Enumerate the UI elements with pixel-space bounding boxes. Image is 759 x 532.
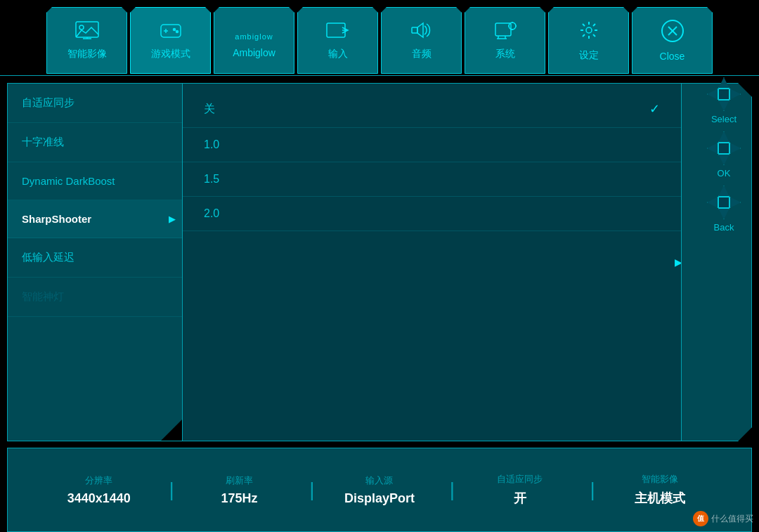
settings-icon [578,19,600,45]
dpad-up-back [718,186,729,197]
nav-container: 智能影像 游戏模式 ambiglow Ambiglow [0,0,759,76]
status-smart-image-label: 智能影像 [642,473,678,486]
status-resolution-label: 分辨率 [85,474,112,487]
option-off[interactable]: 关 ✓ [183,91,681,128]
dpad-left-select [707,89,718,100]
left-panel: 自适应同步 十字准线 Dynamic DarkBoost SharpShoote… [7,83,183,441]
options-list: 关 ✓ 1.0 1.5 2.0 [183,84,681,238]
status-refresh-label: 刷新率 [226,474,253,487]
status-bar: 分辨率 3440x1440 刷新率 175Hz 输入源 DisplayPort … [7,448,752,532]
option-10[interactable]: 1.0 [183,128,681,162]
dpad-right-back [729,197,741,208]
nav-label-system: 系统 [495,48,515,60]
close-icon [661,19,685,46]
check-mark: ✓ [649,101,660,117]
svg-point-1 [79,25,84,30]
audio-icon [409,20,434,44]
dpad-down-select [718,100,729,111]
ok-dpad [707,131,741,165]
status-refresh-value: 175Hz [221,491,257,506]
svg-point-7 [173,29,175,31]
smart-image-icon [74,20,100,44]
dpad-center-select [718,89,729,100]
nav-label-game-mode: 游戏模式 [151,48,190,60]
status-resolution: 分辨率 3440x1440 [29,474,169,506]
status-input-source: 输入源 DisplayPort [309,474,450,506]
middle-right-arrow: ▶ [675,257,682,268]
select-label: Select [711,114,737,124]
select-dpad [707,77,741,111]
status-smart-image-value: 主机模式 [635,490,685,507]
status-adaptive-sync: 自适应同步 开 [450,473,590,507]
dpad-center-back [718,197,729,208]
status-adaptive-sync-label: 自适应同步 [497,473,543,486]
status-input-source-value: DisplayPort [344,491,415,506]
nav-item-close[interactable]: Close [632,7,713,74]
watermark: 值 什么值得买 [693,511,753,526]
svg-point-8 [176,31,178,33]
nav-item-input[interactable]: 输入 [297,7,378,74]
dpad-up-ok [718,131,729,143]
nav-label-close: Close [660,51,685,62]
status-smart-image: 智能影像 主机模式 [590,473,730,507]
nav-item-game-mode[interactable]: 游戏模式 [130,7,211,74]
nav-label-settings: 设定 [579,49,599,62]
select-control[interactable]: Select [707,77,741,124]
dpad-down-ok [718,154,729,165]
menu-item-dark-boost[interactable]: Dynamic DarkBoost [8,162,182,200]
status-resolution-value: 3440x1440 [67,491,131,506]
menu-item-sharpshooter[interactable]: SharpShooter [8,200,182,238]
dpad-left-ok [707,143,718,154]
main-area: 自适应同步 十字准线 Dynamic DarkBoost SharpShoote… [7,83,752,441]
dpad-up-select [718,77,729,89]
top-nav: 智能影像 游戏模式 ambiglow Ambiglow [0,0,759,74]
ambiglow-icon: ambiglow [235,23,273,43]
menu-item-crosshair[interactable]: 十字准线 [8,123,182,162]
system-icon [493,20,518,44]
ok-control[interactable]: OK [707,131,741,179]
game-mode-icon [158,20,183,44]
back-dpad [707,186,741,219]
nav-item-ambiglow[interactable]: ambiglow Ambiglow [214,7,294,74]
controls-panel: Select OK Back [696,77,752,233]
status-input-source-label: 输入源 [365,474,393,487]
dpad-left-back [707,197,718,208]
dpad-right-select [729,89,741,100]
svg-rect-11 [412,27,417,33]
nav-item-system[interactable]: 系统 [465,7,545,74]
menu-item-low-latency[interactable]: 低输入延迟 [8,238,182,278]
middle-panel: 关 ✓ 1.0 1.5 2.0 ▶ [183,83,682,441]
watermark-badge: 值 [693,511,708,526]
back-label: Back [714,222,734,233]
nav-label-audio: 音频 [412,48,432,60]
nav-item-settings[interactable]: 设定 [548,7,629,74]
ok-label: OK [718,168,731,179]
back-control[interactable]: Back [707,186,741,233]
nav-label-input: 输入 [328,48,348,60]
nav-item-smart-image[interactable]: 智能影像 [46,7,127,74]
svg-marker-12 [417,23,423,37]
dpad-right-ok [729,143,741,154]
svg-point-22 [586,27,592,33]
nav-item-audio[interactable]: 音频 [381,7,462,74]
input-icon [325,20,351,44]
dpad-down-back [718,208,729,219]
menu-item-adaptive-sync[interactable]: 自适应同步 [8,84,182,123]
svg-rect-0 [76,22,98,37]
option-15[interactable]: 1.5 [183,162,681,197]
dpad-center-ok [718,143,729,154]
menu-item-smart-light: 智能神灯 [8,278,182,317]
nav-label-ambiglow: Ambiglow [233,47,275,58]
option-20[interactable]: 2.0 [183,197,681,231]
status-adaptive-sync-value: 开 [514,490,526,507]
status-refresh: 刷新率 175Hz [169,474,310,506]
svg-point-17 [509,22,516,30]
nav-label-smart-image: 智能影像 [67,48,107,60]
